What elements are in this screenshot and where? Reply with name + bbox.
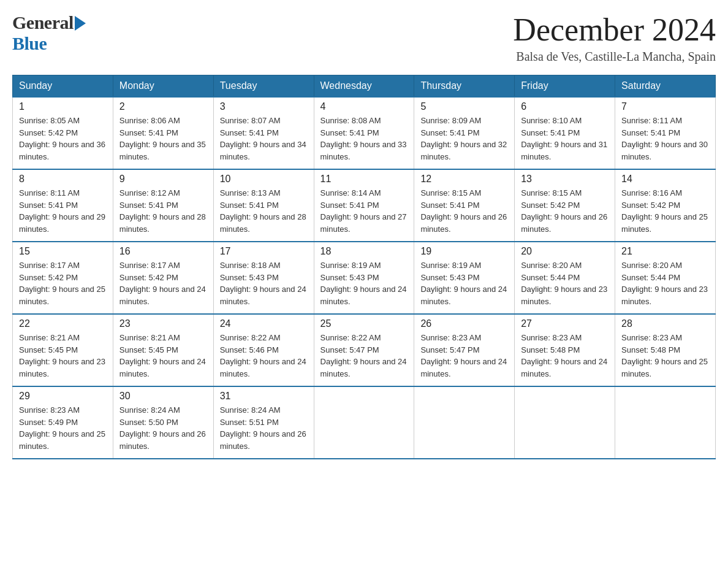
day-info: Sunrise: 8:06 AMSunset: 5:41 PMDaylight:…: [119, 115, 207, 163]
calendar-day-cell: [515, 386, 615, 459]
day-of-week-header: Thursday: [414, 75, 515, 98]
calendar-day-cell: 5Sunrise: 8:09 AMSunset: 5:41 PMDaylight…: [414, 97, 515, 169]
day-info: Sunrise: 8:22 AMSunset: 5:46 PMDaylight:…: [220, 332, 308, 380]
day-number: 27: [521, 318, 609, 329]
day-info: Sunrise: 8:16 AMSunset: 5:42 PMDaylight:…: [621, 187, 709, 235]
day-number: 25: [320, 318, 408, 329]
day-info: Sunrise: 8:17 AMSunset: 5:42 PMDaylight:…: [119, 259, 207, 307]
day-info: Sunrise: 8:24 AMSunset: 5:50 PMDaylight:…: [119, 404, 207, 452]
day-info: Sunrise: 8:20 AMSunset: 5:44 PMDaylight:…: [521, 259, 609, 307]
calendar-day-cell: 14Sunrise: 8:16 AMSunset: 5:42 PMDayligh…: [615, 169, 716, 242]
day-info: Sunrise: 8:17 AMSunset: 5:42 PMDaylight:…: [19, 259, 107, 307]
month-title: December 2024: [513, 12, 716, 47]
calendar-day-cell: 15Sunrise: 8:17 AMSunset: 5:42 PMDayligh…: [13, 242, 113, 314]
calendar-day-cell: 23Sunrise: 8:21 AMSunset: 5:45 PMDayligh…: [113, 314, 213, 386]
day-of-week-header: Sunday: [13, 75, 113, 98]
calendar-day-cell: 7Sunrise: 8:11 AMSunset: 5:41 PMDaylight…: [615, 97, 716, 169]
day-number: 31: [220, 391, 308, 402]
calendar-day-cell: 10Sunrise: 8:13 AMSunset: 5:41 PMDayligh…: [213, 169, 314, 242]
day-number: 13: [521, 174, 609, 185]
logo-arrow-icon: [75, 16, 86, 31]
day-number: 19: [420, 246, 508, 257]
calendar-day-cell: 9Sunrise: 8:12 AMSunset: 5:41 PMDaylight…: [113, 169, 213, 242]
calendar-day-cell: 1Sunrise: 8:05 AMSunset: 5:42 PMDaylight…: [13, 97, 113, 169]
calendar-day-cell: 27Sunrise: 8:23 AMSunset: 5:48 PMDayligh…: [515, 314, 615, 386]
day-of-week-header: Friday: [515, 75, 615, 98]
calendar-day-cell: 11Sunrise: 8:14 AMSunset: 5:41 PMDayligh…: [314, 169, 414, 242]
calendar-day-cell: [414, 386, 515, 459]
day-info: Sunrise: 8:12 AMSunset: 5:41 PMDaylight:…: [119, 187, 207, 235]
logo-general-text: General: [12, 12, 74, 33]
calendar-header-row: SundayMondayTuesdayWednesdayThursdayFrid…: [13, 75, 716, 98]
day-info: Sunrise: 8:05 AMSunset: 5:42 PMDaylight:…: [19, 115, 107, 163]
day-info: Sunrise: 8:10 AMSunset: 5:41 PMDaylight:…: [521, 115, 609, 163]
logo-blue-text: Blue: [12, 33, 47, 54]
day-info: Sunrise: 8:11 AMSunset: 5:41 PMDaylight:…: [621, 115, 709, 163]
calendar-day-cell: 28Sunrise: 8:23 AMSunset: 5:48 PMDayligh…: [615, 314, 716, 386]
calendar-day-cell: 30Sunrise: 8:24 AMSunset: 5:50 PMDayligh…: [113, 386, 213, 459]
logo: General Blue: [12, 12, 86, 54]
calendar-day-cell: 20Sunrise: 8:20 AMSunset: 5:44 PMDayligh…: [515, 242, 615, 314]
day-number: 4: [320, 101, 408, 112]
day-number: 3: [220, 101, 308, 112]
day-info: Sunrise: 8:21 AMSunset: 5:45 PMDaylight:…: [19, 332, 107, 380]
calendar-day-cell: 17Sunrise: 8:18 AMSunset: 5:43 PMDayligh…: [213, 242, 314, 314]
day-info: Sunrise: 8:23 AMSunset: 5:47 PMDaylight:…: [420, 332, 508, 380]
day-number: 8: [19, 174, 107, 185]
calendar-day-cell: 13Sunrise: 8:15 AMSunset: 5:42 PMDayligh…: [515, 169, 615, 242]
calendar-day-cell: 19Sunrise: 8:19 AMSunset: 5:43 PMDayligh…: [414, 242, 515, 314]
calendar-day-cell: 12Sunrise: 8:15 AMSunset: 5:41 PMDayligh…: [414, 169, 515, 242]
day-number: 1: [19, 101, 107, 112]
day-of-week-header: Wednesday: [314, 75, 414, 98]
day-number: 24: [220, 318, 308, 329]
day-number: 30: [119, 391, 207, 402]
day-number: 9: [119, 174, 207, 185]
day-number: 23: [119, 318, 207, 329]
day-number: 18: [320, 246, 408, 257]
day-of-week-header: Saturday: [615, 75, 716, 98]
day-number: 5: [420, 101, 508, 112]
day-number: 12: [420, 174, 508, 185]
calendar-week-row: 8Sunrise: 8:11 AMSunset: 5:41 PMDaylight…: [13, 169, 716, 242]
calendar-day-cell: [615, 386, 716, 459]
day-info: Sunrise: 8:20 AMSunset: 5:44 PMDaylight:…: [621, 259, 709, 307]
day-number: 17: [220, 246, 308, 257]
day-number: 21: [621, 246, 709, 257]
day-info: Sunrise: 8:08 AMSunset: 5:41 PMDaylight:…: [320, 115, 408, 163]
calendar-table: SundayMondayTuesdayWednesdayThursdayFrid…: [12, 75, 716, 459]
day-info: Sunrise: 8:23 AMSunset: 5:48 PMDaylight:…: [621, 332, 709, 380]
calendar-week-row: 15Sunrise: 8:17 AMSunset: 5:42 PMDayligh…: [13, 242, 716, 314]
day-number: 26: [420, 318, 508, 329]
day-of-week-header: Tuesday: [213, 75, 314, 98]
calendar-week-row: 29Sunrise: 8:23 AMSunset: 5:49 PMDayligh…: [13, 386, 716, 459]
calendar-day-cell: 26Sunrise: 8:23 AMSunset: 5:47 PMDayligh…: [414, 314, 515, 386]
day-info: Sunrise: 8:18 AMSunset: 5:43 PMDaylight:…: [220, 259, 308, 307]
calendar-day-cell: 3Sunrise: 8:07 AMSunset: 5:41 PMDaylight…: [213, 97, 314, 169]
day-info: Sunrise: 8:19 AMSunset: 5:43 PMDaylight:…: [320, 259, 408, 307]
calendar-day-cell: 18Sunrise: 8:19 AMSunset: 5:43 PMDayligh…: [314, 242, 414, 314]
day-number: 20: [521, 246, 609, 257]
day-number: 14: [621, 174, 709, 185]
calendar-day-cell: [314, 386, 414, 459]
calendar-day-cell: 21Sunrise: 8:20 AMSunset: 5:44 PMDayligh…: [615, 242, 716, 314]
day-info: Sunrise: 8:22 AMSunset: 5:47 PMDaylight:…: [320, 332, 408, 380]
day-number: 28: [621, 318, 709, 329]
day-info: Sunrise: 8:09 AMSunset: 5:41 PMDaylight:…: [420, 115, 508, 163]
calendar-day-cell: 25Sunrise: 8:22 AMSunset: 5:47 PMDayligh…: [314, 314, 414, 386]
day-number: 6: [521, 101, 609, 112]
day-number: 16: [119, 246, 207, 257]
calendar-day-cell: 4Sunrise: 8:08 AMSunset: 5:41 PMDaylight…: [314, 97, 414, 169]
day-number: 22: [19, 318, 107, 329]
calendar-week-row: 22Sunrise: 8:21 AMSunset: 5:45 PMDayligh…: [13, 314, 716, 386]
day-number: 7: [621, 101, 709, 112]
day-of-week-header: Monday: [113, 75, 213, 98]
day-info: Sunrise: 8:19 AMSunset: 5:43 PMDaylight:…: [420, 259, 508, 307]
day-info: Sunrise: 8:24 AMSunset: 5:51 PMDaylight:…: [220, 404, 308, 452]
calendar-day-cell: 2Sunrise: 8:06 AMSunset: 5:41 PMDaylight…: [113, 97, 213, 169]
title-section: December 2024 Balsa de Ves, Castille-La …: [513, 12, 716, 64]
day-info: Sunrise: 8:15 AMSunset: 5:42 PMDaylight:…: [521, 187, 609, 235]
calendar-day-cell: 29Sunrise: 8:23 AMSunset: 5:49 PMDayligh…: [13, 386, 113, 459]
day-info: Sunrise: 8:07 AMSunset: 5:41 PMDaylight:…: [220, 115, 308, 163]
calendar-day-cell: 6Sunrise: 8:10 AMSunset: 5:41 PMDaylight…: [515, 97, 615, 169]
calendar-week-row: 1Sunrise: 8:05 AMSunset: 5:42 PMDaylight…: [13, 97, 716, 169]
